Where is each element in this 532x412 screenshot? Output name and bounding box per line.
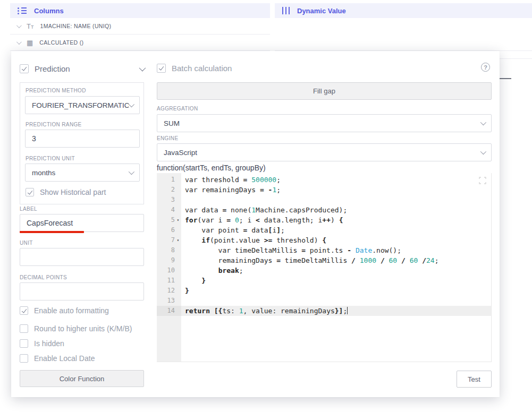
code-text: return [{ts: 1, value: remainingDays}]; bbox=[181, 306, 491, 316]
column-row[interactable]: TT1MACHINE: NAME (UNIQ) bbox=[10, 18, 270, 35]
function-signature: function(startTs, endTs, groupBy) bbox=[157, 164, 266, 172]
code-line[interactable]: 3 bbox=[157, 195, 491, 205]
dynamic-value-panel-header: Dynamic Value bbox=[275, 3, 532, 18]
code-text: var remainingDays = -1; bbox=[181, 185, 491, 195]
batch-calculation-checkbox[interactable] bbox=[157, 64, 166, 73]
chevron-down-icon bbox=[129, 169, 134, 175]
line-number: 13 bbox=[157, 296, 181, 306]
chevron-down-icon[interactable] bbox=[16, 39, 22, 45]
prediction-range-input[interactable] bbox=[25, 130, 140, 148]
code-line[interactable]: 7▾ if(point.value >= threshold) { bbox=[157, 235, 491, 245]
fullscreen-icon[interactable] bbox=[479, 177, 486, 184]
checkbox[interactable] bbox=[20, 354, 28, 363]
decimal-points-input[interactable] bbox=[20, 282, 144, 301]
dynamic-value-panel-title: Dynamic Value bbox=[297, 7, 346, 15]
unit-field-label: UNIT bbox=[20, 240, 33, 246]
line-number: 12 bbox=[157, 286, 181, 296]
code-line[interactable]: 1var threshold = 500000; bbox=[157, 175, 491, 185]
unit-input[interactable] bbox=[20, 248, 144, 266]
code-line[interactable]: 5▾for(var i = 0; i < data.length; i++) { bbox=[157, 215, 491, 225]
code-line[interactable]: 10 break; bbox=[157, 265, 491, 276]
line-number: 6 bbox=[157, 225, 181, 235]
calculated-column-dialog: Prediction PREDICTION METHOD FOURIER_TRA… bbox=[11, 51, 500, 397]
chevron-down-icon bbox=[480, 149, 486, 154]
test-button[interactable]: Test bbox=[457, 371, 492, 388]
aggregation-label: AGGREGATION bbox=[157, 106, 198, 111]
decimal-points-label: DECIMAL POINTS bbox=[20, 274, 67, 280]
checkbox[interactable] bbox=[20, 306, 28, 315]
column-row-label: 1MACHINE: NAME (UNIQ) bbox=[40, 23, 111, 29]
fill-gap-button[interactable]: Fill gap bbox=[157, 82, 492, 100]
calculator-icon: ▦ bbox=[27, 39, 33, 46]
tab-underline-fragment bbox=[499, 78, 511, 79]
code-line[interactable]: 2var remainingDays = -1; bbox=[157, 185, 491, 195]
show-historical-checkbox[interactable] bbox=[26, 188, 34, 196]
chevron-down-icon[interactable] bbox=[16, 23, 22, 28]
engine-select[interactable]: JavaScript bbox=[157, 143, 492, 161]
code-text: } bbox=[181, 286, 491, 296]
code-line[interactable]: 4var data = none(1Machine.capsProduced); bbox=[157, 205, 491, 215]
line-number: 2 bbox=[157, 185, 181, 195]
checkbox-row[interactable]: Round to higher units (K/M/B) bbox=[20, 323, 147, 334]
code-text: break; bbox=[181, 265, 491, 276]
code-line[interactable]: 11 } bbox=[157, 276, 491, 286]
checkbox-row[interactable]: Enable auto formatting bbox=[20, 305, 147, 316]
fold-arrow-icon[interactable]: ▾ bbox=[175, 235, 181, 245]
color-function-button[interactable]: Color Function bbox=[20, 370, 144, 387]
red-underline-annotation bbox=[20, 231, 84, 233]
checkbox-label: Is hidden bbox=[34, 339, 64, 348]
prediction-method-select[interactable]: FOURIER_TRANSFORMATION bbox=[25, 96, 140, 114]
column-row[interactable]: ▦CALCULATED () bbox=[10, 35, 270, 51]
aggregation-select[interactable]: SUM bbox=[157, 114, 492, 132]
prediction-method-value: FOURIER_TRANSFORMATION bbox=[32, 101, 129, 109]
text-type-icon: TT bbox=[27, 23, 33, 30]
code-editor[interactable]: 1var threshold = 500000;2var remainingDa… bbox=[157, 173, 492, 362]
line-number: 9 bbox=[157, 255, 181, 265]
prediction-toggle-row[interactable]: Prediction bbox=[20, 63, 144, 74]
columns-panel-title: Columns bbox=[34, 7, 64, 15]
format-options-list: Enable auto formattingRound to higher un… bbox=[20, 305, 147, 367]
code-line[interactable]: 8 var timeDeltaMillis = point.ts - Date.… bbox=[157, 245, 491, 255]
column-row-label: CALCULATED () bbox=[39, 39, 83, 46]
list-icon bbox=[18, 7, 27, 14]
line-number: 4 bbox=[157, 205, 181, 215]
label-field-label: LABEL bbox=[20, 206, 37, 212]
prediction-checkbox[interactable] bbox=[20, 64, 29, 73]
text-cursor bbox=[347, 307, 348, 314]
line-number: 7▾ bbox=[157, 235, 181, 245]
show-historical-row[interactable]: Show Historical part bbox=[26, 186, 106, 198]
checkbox-label: Enable auto formatting bbox=[34, 306, 109, 315]
code-line[interactable]: 14return [{ts: 1, value: remainingDays}]… bbox=[157, 306, 491, 316]
prediction-unit-select[interactable]: months bbox=[25, 164, 140, 182]
aggregation-value: SUM bbox=[164, 119, 480, 127]
line-number: 8 bbox=[157, 245, 181, 255]
prediction-unit-label: PREDICTION UNIT bbox=[26, 156, 75, 161]
code-line[interactable]: 9 remainingDays = timeDeltaMillis / 1000… bbox=[157, 255, 491, 265]
prediction-settings-group: PREDICTION METHOD FOURIER_TRANSFORMATION… bbox=[20, 82, 144, 204]
line-number: 3 bbox=[157, 195, 181, 205]
chevron-down-icon bbox=[129, 101, 134, 107]
columns-panel-header: Columns bbox=[10, 3, 270, 18]
checkbox[interactable] bbox=[20, 339, 28, 348]
fold-arrow-icon[interactable]: ▾ bbox=[175, 215, 181, 225]
checkbox-row[interactable]: Is hidden bbox=[20, 338, 147, 349]
prediction-label: Prediction bbox=[35, 64, 70, 73]
batch-calculation-row[interactable]: Batch calculation bbox=[157, 62, 232, 74]
batch-calculation-label: Batch calculation bbox=[172, 64, 232, 73]
code-text: var data = none(1Machine.capsProduced); bbox=[181, 205, 491, 215]
chevron-down-icon[interactable] bbox=[139, 64, 146, 71]
engine-value: JavaScript bbox=[164, 149, 480, 157]
checkbox-row[interactable]: Enable Local Date bbox=[20, 353, 147, 364]
code-line[interactable]: 13 bbox=[157, 296, 491, 306]
code-line[interactable]: 12} bbox=[157, 286, 491, 296]
label-input[interactable] bbox=[20, 214, 144, 232]
line-number: 1 bbox=[157, 175, 181, 185]
checkbox[interactable] bbox=[20, 324, 28, 333]
checkbox-label: Round to higher units (K/M/B) bbox=[34, 324, 132, 333]
code-text: for(var i = 0; i < data.length; i++) { bbox=[181, 215, 491, 225]
code-line[interactable]: 6 var point = data[i]; bbox=[157, 225, 491, 235]
app-screen: Columns TT1MACHINE: NAME (UNIQ)▦CALCULAT… bbox=[0, 0, 532, 412]
code-text bbox=[181, 195, 491, 205]
code-lines[interactable]: 1var threshold = 500000;2var remainingDa… bbox=[157, 175, 491, 316]
help-icon[interactable]: ? bbox=[481, 63, 490, 72]
